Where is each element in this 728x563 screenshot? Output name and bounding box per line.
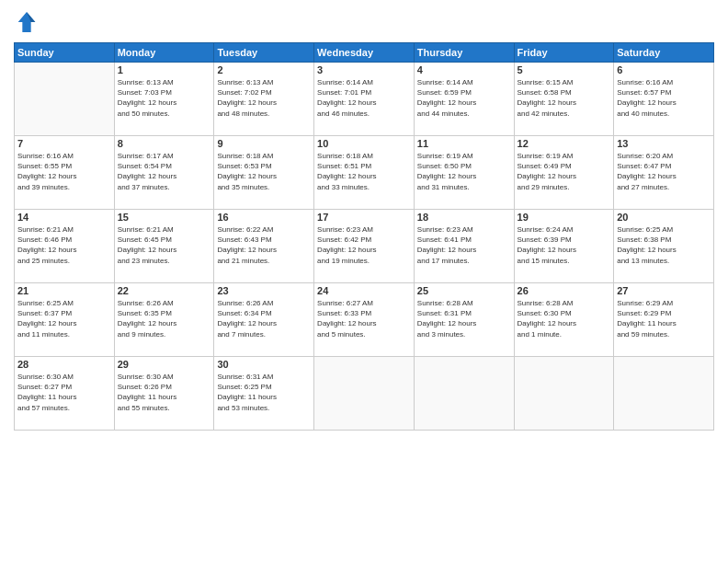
calendar-cell: 6Sunrise: 6:16 AM Sunset: 6:57 PM Daylig… bbox=[614, 63, 714, 136]
day-info: Sunrise: 6:30 AM Sunset: 6:27 PM Dayligh… bbox=[17, 372, 111, 413]
calendar-cell: 15Sunrise: 6:21 AM Sunset: 6:45 PM Dayli… bbox=[114, 210, 214, 283]
calendar-cell: 13Sunrise: 6:20 AM Sunset: 6:47 PM Dayli… bbox=[614, 136, 714, 210]
calendar-cell: 3Sunrise: 6:14 AM Sunset: 7:01 PM Daylig… bbox=[314, 63, 415, 136]
calendar-cell: 21Sunrise: 6:25 AM Sunset: 6:37 PM Dayli… bbox=[15, 283, 115, 357]
calendar-cell: 16Sunrise: 6:22 AM Sunset: 6:43 PM Dayli… bbox=[214, 210, 314, 283]
calendar-cell: 27Sunrise: 6:29 AM Sunset: 6:29 PM Dayli… bbox=[614, 283, 714, 357]
calendar-day-header: Sunday bbox=[15, 43, 115, 63]
day-number: 4 bbox=[417, 64, 511, 75]
day-number: 11 bbox=[417, 138, 511, 149]
calendar-cell: 25Sunrise: 6:28 AM Sunset: 6:31 PM Dayli… bbox=[414, 283, 514, 357]
day-number: 9 bbox=[217, 138, 311, 149]
calendar-day-header: Tuesday bbox=[214, 43, 314, 63]
day-number: 25 bbox=[417, 285, 511, 296]
calendar-day-header: Wednesday bbox=[314, 43, 415, 63]
day-info: Sunrise: 6:31 AM Sunset: 6:25 PM Dayligh… bbox=[217, 372, 311, 413]
day-number: 7 bbox=[17, 138, 111, 149]
calendar-cell: 5Sunrise: 6:15 AM Sunset: 6:58 PM Daylig… bbox=[514, 63, 614, 136]
calendar-cell: 17Sunrise: 6:23 AM Sunset: 6:42 PM Dayli… bbox=[314, 210, 415, 283]
calendar-week-row: 14Sunrise: 6:21 AM Sunset: 6:46 PM Dayli… bbox=[15, 210, 714, 283]
day-info: Sunrise: 6:22 AM Sunset: 6:43 PM Dayligh… bbox=[217, 224, 311, 266]
calendar-cell: 24Sunrise: 6:27 AM Sunset: 6:33 PM Dayli… bbox=[314, 283, 415, 357]
calendar-header-row: SundayMondayTuesdayWednesdayThursdayFrid… bbox=[15, 43, 714, 63]
calendar-cell: 8Sunrise: 6:17 AM Sunset: 6:54 PM Daylig… bbox=[114, 136, 214, 210]
day-info: Sunrise: 6:30 AM Sunset: 6:26 PM Dayligh… bbox=[118, 372, 211, 413]
day-info: Sunrise: 6:19 AM Sunset: 6:50 PM Dayligh… bbox=[417, 151, 511, 192]
calendar-day-header: Friday bbox=[514, 43, 614, 63]
calendar-day-header: Saturday bbox=[614, 43, 714, 63]
calendar-cell: 9Sunrise: 6:18 AM Sunset: 6:53 PM Daylig… bbox=[214, 136, 314, 210]
day-info: Sunrise: 6:16 AM Sunset: 6:57 PM Dayligh… bbox=[617, 77, 711, 119]
calendar-day-header: Monday bbox=[114, 43, 214, 63]
day-info: Sunrise: 6:13 AM Sunset: 7:03 PM Dayligh… bbox=[118, 77, 211, 119]
calendar-cell: 1Sunrise: 6:13 AM Sunset: 7:03 PM Daylig… bbox=[114, 63, 214, 136]
day-number: 19 bbox=[518, 212, 611, 223]
day-number: 1 bbox=[118, 64, 211, 75]
calendar-cell: 4Sunrise: 6:14 AM Sunset: 6:59 PM Daylig… bbox=[414, 63, 514, 136]
day-number: 8 bbox=[118, 138, 211, 149]
calendar-cell: 29Sunrise: 6:30 AM Sunset: 6:26 PM Dayli… bbox=[114, 357, 214, 431]
day-info: Sunrise: 6:18 AM Sunset: 6:51 PM Dayligh… bbox=[317, 151, 411, 192]
calendar-week-row: 28Sunrise: 6:30 AM Sunset: 6:27 PM Dayli… bbox=[15, 357, 714, 431]
day-info: Sunrise: 6:26 AM Sunset: 6:35 PM Dayligh… bbox=[118, 298, 211, 339]
day-info: Sunrise: 6:23 AM Sunset: 6:41 PM Dayligh… bbox=[417, 224, 511, 266]
day-number: 3 bbox=[317, 64, 411, 75]
day-number: 12 bbox=[518, 138, 611, 149]
day-info: Sunrise: 6:14 AM Sunset: 7:01 PM Dayligh… bbox=[317, 77, 411, 119]
calendar-cell: 11Sunrise: 6:19 AM Sunset: 6:50 PM Dayli… bbox=[414, 136, 514, 210]
day-number: 26 bbox=[518, 285, 611, 296]
calendar-cell bbox=[414, 357, 514, 431]
day-info: Sunrise: 6:26 AM Sunset: 6:34 PM Dayligh… bbox=[217, 298, 311, 339]
day-info: Sunrise: 6:14 AM Sunset: 6:59 PM Dayligh… bbox=[417, 77, 511, 119]
day-number: 6 bbox=[617, 64, 711, 75]
calendar-cell: 10Sunrise: 6:18 AM Sunset: 6:51 PM Dayli… bbox=[314, 136, 415, 210]
day-number: 14 bbox=[17, 212, 111, 223]
day-info: Sunrise: 6:16 AM Sunset: 6:55 PM Dayligh… bbox=[17, 151, 111, 192]
day-info: Sunrise: 6:29 AM Sunset: 6:29 PM Dayligh… bbox=[617, 298, 711, 339]
day-info: Sunrise: 6:27 AM Sunset: 6:33 PM Dayligh… bbox=[317, 298, 411, 339]
day-number: 27 bbox=[617, 285, 711, 296]
calendar-week-row: 21Sunrise: 6:25 AM Sunset: 6:37 PM Dayli… bbox=[15, 283, 714, 357]
day-number: 28 bbox=[17, 359, 111, 370]
calendar-cell: 28Sunrise: 6:30 AM Sunset: 6:27 PM Dayli… bbox=[15, 357, 115, 431]
calendar-week-row: 7Sunrise: 6:16 AM Sunset: 6:55 PM Daylig… bbox=[15, 136, 714, 210]
calendar-cell: 30Sunrise: 6:31 AM Sunset: 6:25 PM Dayli… bbox=[214, 357, 314, 431]
day-number: 2 bbox=[217, 64, 311, 75]
day-number: 10 bbox=[317, 138, 411, 149]
logo bbox=[14, 9, 43, 35]
day-info: Sunrise: 6:25 AM Sunset: 6:37 PM Dayligh… bbox=[17, 298, 111, 339]
header bbox=[14, 9, 714, 35]
day-info: Sunrise: 6:13 AM Sunset: 7:02 PM Dayligh… bbox=[217, 77, 311, 119]
day-number: 16 bbox=[217, 212, 311, 223]
day-info: Sunrise: 6:18 AM Sunset: 6:53 PM Dayligh… bbox=[217, 151, 311, 192]
calendar-table: SundayMondayTuesdayWednesdayThursdayFrid… bbox=[14, 42, 714, 431]
day-info: Sunrise: 6:23 AM Sunset: 6:42 PM Dayligh… bbox=[317, 224, 411, 266]
calendar-cell: 19Sunrise: 6:24 AM Sunset: 6:39 PM Dayli… bbox=[514, 210, 614, 283]
day-number: 18 bbox=[417, 212, 511, 223]
calendar-cell bbox=[514, 357, 614, 431]
day-info: Sunrise: 6:15 AM Sunset: 6:58 PM Dayligh… bbox=[518, 77, 611, 119]
day-number: 5 bbox=[518, 64, 611, 75]
calendar-page: SundayMondayTuesdayWednesdayThursdayFrid… bbox=[0, 0, 728, 563]
calendar-cell: 2Sunrise: 6:13 AM Sunset: 7:02 PM Daylig… bbox=[214, 63, 314, 136]
day-number: 29 bbox=[118, 359, 211, 370]
calendar-cell bbox=[314, 357, 415, 431]
day-number: 22 bbox=[118, 285, 211, 296]
calendar-cell: 12Sunrise: 6:19 AM Sunset: 6:49 PM Dayli… bbox=[514, 136, 614, 210]
day-number: 13 bbox=[617, 138, 711, 149]
day-number: 30 bbox=[217, 359, 311, 370]
calendar-cell: 23Sunrise: 6:26 AM Sunset: 6:34 PM Dayli… bbox=[214, 283, 314, 357]
day-info: Sunrise: 6:21 AM Sunset: 6:45 PM Dayligh… bbox=[118, 224, 211, 266]
calendar-cell bbox=[614, 357, 714, 431]
calendar-cell: 14Sunrise: 6:21 AM Sunset: 6:46 PM Dayli… bbox=[15, 210, 115, 283]
day-info: Sunrise: 6:20 AM Sunset: 6:47 PM Dayligh… bbox=[617, 151, 711, 192]
day-info: Sunrise: 6:21 AM Sunset: 6:46 PM Dayligh… bbox=[17, 224, 111, 266]
calendar-cell: 26Sunrise: 6:28 AM Sunset: 6:30 PM Dayli… bbox=[514, 283, 614, 357]
calendar-week-row: 1Sunrise: 6:13 AM Sunset: 7:03 PM Daylig… bbox=[15, 63, 714, 136]
logo-icon bbox=[14, 9, 40, 35]
calendar-cell: 22Sunrise: 6:26 AM Sunset: 6:35 PM Dayli… bbox=[114, 283, 214, 357]
calendar-cell: 7Sunrise: 6:16 AM Sunset: 6:55 PM Daylig… bbox=[15, 136, 115, 210]
calendar-cell: 18Sunrise: 6:23 AM Sunset: 6:41 PM Dayli… bbox=[414, 210, 514, 283]
day-number: 23 bbox=[217, 285, 311, 296]
day-info: Sunrise: 6:28 AM Sunset: 6:30 PM Dayligh… bbox=[518, 298, 611, 339]
